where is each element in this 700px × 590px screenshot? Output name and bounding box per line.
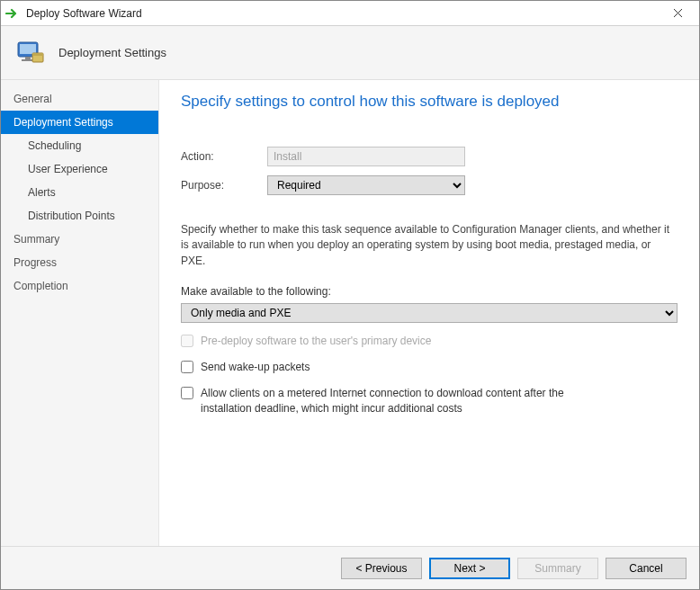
- cancel-button[interactable]: Cancel: [606, 558, 687, 579]
- purpose-select[interactable]: Required: [267, 175, 465, 195]
- purpose-label: Purpose:: [181, 179, 267, 192]
- available-label: Make available to the following:: [181, 285, 678, 298]
- help-text: Specify whether to make this task sequen…: [181, 222, 678, 269]
- sidebar-item-summary[interactable]: Summary: [1, 228, 158, 251]
- sidebar-item-completion[interactable]: Completion: [1, 274, 158, 298]
- svg-rect-1: [20, 44, 36, 54]
- sidebar-item-progress[interactable]: Progress: [1, 251, 158, 274]
- metered-checkbox[interactable]: [181, 387, 193, 399]
- close-button[interactable]: [660, 2, 696, 25]
- page-heading: Specify settings to control how this sof…: [181, 93, 678, 111]
- predeploy-label: Pre-deploy software to the user's primar…: [201, 334, 431, 349]
- header: Deployment Settings: [1, 26, 699, 80]
- sidebar-item-scheduling[interactable]: Scheduling: [1, 134, 158, 157]
- wakeup-checkbox[interactable]: [181, 361, 193, 373]
- action-label: Action:: [181, 150, 267, 163]
- window-title: Deploy Software Wizard: [26, 7, 660, 20]
- sidebar-item-general[interactable]: General: [1, 87, 158, 111]
- action-select: Install: [267, 147, 465, 166]
- svg-rect-2: [25, 57, 31, 59]
- wizard-arrow-icon: [4, 5, 21, 22]
- summary-button: Summary: [517, 558, 598, 579]
- svg-rect-5: [32, 53, 43, 56]
- main-panel: Specify settings to control how this sof…: [159, 80, 699, 546]
- metered-label: Allow clients on a metered Internet conn…: [201, 386, 615, 416]
- sidebar-item-deployment-settings[interactable]: Deployment Settings: [1, 111, 158, 134]
- header-page-label: Deployment Settings: [58, 46, 166, 59]
- predeploy-checkbox: [181, 335, 193, 347]
- previous-button[interactable]: < Previous: [341, 558, 422, 579]
- available-select[interactable]: Only media and PXE: [181, 303, 678, 323]
- sidebar-item-distribution-points[interactable]: Distribution Points: [1, 204, 158, 228]
- sidebar: General Deployment Settings Scheduling U…: [1, 80, 159, 546]
- footer: < Previous Next > Summary Cancel: [1, 546, 699, 589]
- wakeup-label: Send wake-up packets: [201, 360, 310, 375]
- deploy-icon: [13, 36, 48, 70]
- sidebar-item-user-experience[interactable]: User Experience: [1, 157, 158, 181]
- next-button[interactable]: Next >: [429, 558, 510, 579]
- titlebar: Deploy Software Wizard: [1, 1, 699, 26]
- sidebar-item-alerts[interactable]: Alerts: [1, 181, 158, 204]
